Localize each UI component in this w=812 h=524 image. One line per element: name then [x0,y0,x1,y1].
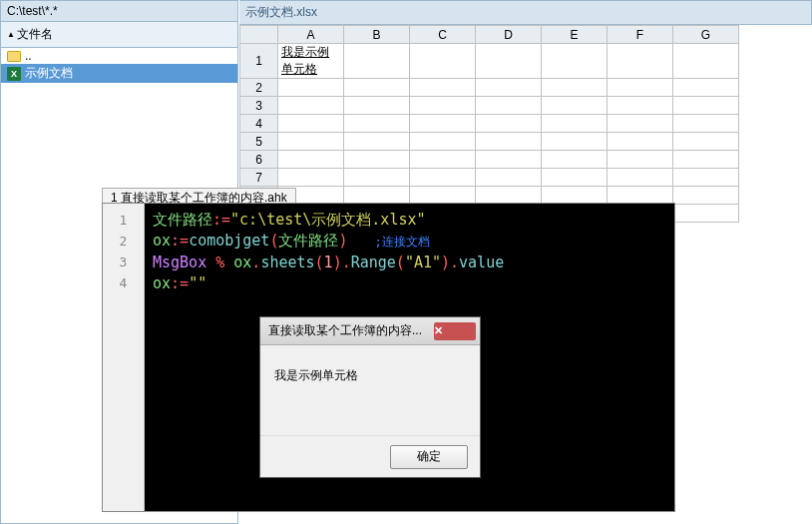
row-header[interactable]: 3 [240,97,278,115]
cell[interactable] [542,115,608,133]
cell[interactable] [278,115,344,133]
spreadsheet-grid[interactable]: A B C D E F G 1我是示例单元格 2 3 4 5 6 7 8 9 [239,25,739,223]
cell[interactable] [410,79,476,97]
file-entry-selected[interactable]: X 示例文档 [1,64,237,83]
cell[interactable] [344,97,410,115]
line-number: 2 [103,231,144,252]
cell[interactable] [673,187,739,205]
parent-dir-entry[interactable]: .. [1,48,237,64]
xlsx-icon: X [7,67,21,81]
dialog-titlebar[interactable]: 直接读取某个工作簿的内容... ✕ [260,317,480,345]
folder-icon [7,51,21,62]
close-button[interactable]: ✕ [434,322,476,340]
line-number: 4 [103,272,144,293]
cell[interactable] [278,133,344,151]
col-header[interactable]: D [476,26,542,44]
cell[interactable] [673,97,739,115]
cell[interactable] [608,44,673,79]
cell[interactable] [476,79,542,97]
cell[interactable] [476,97,542,115]
cell[interactable] [410,169,476,187]
cell[interactable] [542,169,608,187]
cell[interactable] [608,115,673,133]
cell[interactable] [476,169,542,187]
cell[interactable] [608,151,673,169]
col-header[interactable]: E [542,26,608,44]
cell[interactable] [542,44,608,79]
row-header[interactable]: 4 [240,115,278,133]
ok-button[interactable]: 确定 [390,445,468,469]
cell[interactable] [344,133,410,151]
cell[interactable] [278,151,344,169]
cell[interactable] [410,44,476,79]
dialog-message: 我是示例单元格 [260,345,480,406]
cell[interactable] [673,133,739,151]
cell-a1[interactable]: 我是示例单元格 [278,44,344,79]
row-header[interactable]: 6 [240,151,278,169]
col-header[interactable]: F [608,26,673,44]
dialog-footer: 确定 [260,435,480,477]
cell[interactable] [410,97,476,115]
col-header[interactable]: A [278,26,344,44]
cell[interactable] [608,169,673,187]
cell[interactable] [542,133,608,151]
cell[interactable] [278,79,344,97]
cell[interactable] [344,169,410,187]
cell[interactable] [542,97,608,115]
cell[interactable] [608,187,673,205]
filename-column-header[interactable]: 文件名 [1,22,237,48]
cell[interactable] [608,133,673,151]
cell[interactable] [673,115,739,133]
message-box: 直接读取某个工作簿的内容... ✕ 我是示例单元格 确定 [259,316,481,478]
cell[interactable] [278,169,344,187]
cell[interactable] [476,187,542,205]
line-number: 3 [103,252,144,272]
cell[interactable] [344,115,410,133]
line-number: 1 [103,210,144,231]
cell[interactable] [476,151,542,169]
cell[interactable] [410,115,476,133]
cell[interactable] [344,151,410,169]
col-header[interactable]: B [344,26,410,44]
file-list: .. X 示例文档 [1,48,237,83]
file-label: .. [25,49,32,63]
col-header[interactable]: C [410,26,476,44]
cell[interactable] [476,133,542,151]
row-header[interactable]: 5 [240,133,278,151]
cell[interactable] [542,187,608,205]
cell[interactable] [344,44,410,79]
cell[interactable] [608,79,673,97]
cell[interactable] [476,115,542,133]
cell[interactable] [542,79,608,97]
cell[interactable] [608,97,673,115]
col-header[interactable]: G [673,26,739,44]
path-bar: C:\test\*.* [1,1,237,22]
cell[interactable] [673,151,739,169]
row-header[interactable]: 7 [240,169,278,187]
cell[interactable] [673,44,739,79]
cell[interactable] [542,151,608,169]
workbook-title: 示例文档.xlsx [239,0,812,25]
cell[interactable] [410,187,476,205]
cell[interactable] [344,187,410,205]
cell[interactable] [278,97,344,115]
row-header[interactable]: 1 [240,44,278,79]
cell[interactable] [410,133,476,151]
cell[interactable] [344,79,410,97]
cell[interactable] [673,205,739,223]
cell[interactable] [673,79,739,97]
cell[interactable] [410,151,476,169]
row-header[interactable]: 2 [240,79,278,97]
close-icon: ✕ [434,324,476,337]
dialog-title-text: 直接读取某个工作簿的内容... [268,322,434,339]
cell[interactable] [476,44,542,79]
cell[interactable] [673,169,739,187]
select-all-corner[interactable] [240,26,278,44]
file-label: 示例文档 [25,65,73,82]
line-gutter: 1 2 3 4 [103,204,145,511]
